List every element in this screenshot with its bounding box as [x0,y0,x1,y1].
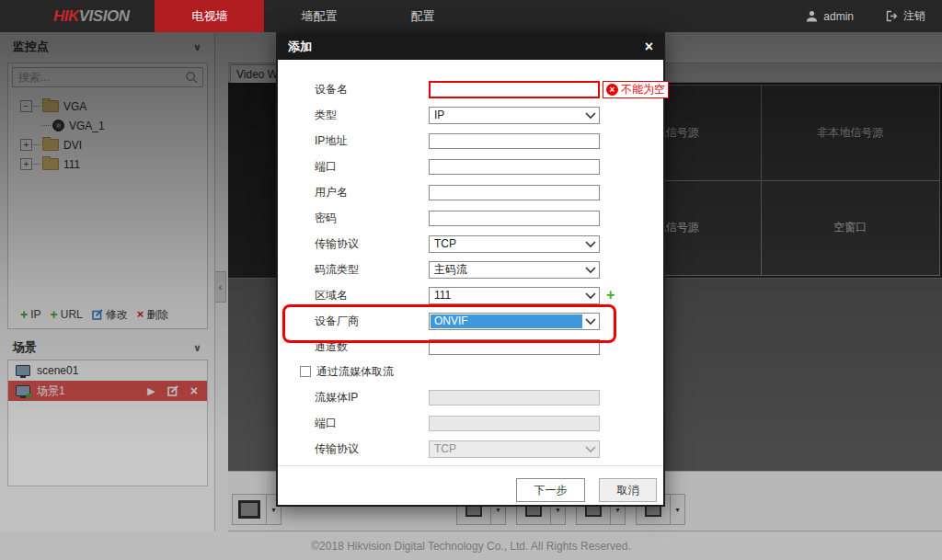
delete-icon: × [137,309,144,320]
plus-icon: + [20,309,28,320]
chevron-down-icon [585,112,596,120]
tree-connector [42,125,51,126]
scene-icon [16,365,30,376]
monitor-points-panel: − VGA VGA_1 + DVI [7,63,208,329]
monitor-points-title: 监控点 [13,39,49,55]
folder-icon [42,158,59,170]
type-label: 类型 [315,108,337,123]
selected-value: IP [431,109,582,122]
chevron-down-icon[interactable]: ∨ [193,342,201,354]
delete-scene-icon[interactable]: × [190,386,198,396]
logged-in-user[interactable]: admin [823,10,854,23]
region-name-select[interactable]: 111 [429,287,600,304]
scene-item-scene01[interactable]: scene01 [8,360,207,381]
app-window: HIKVISION 电视墙 墙配置 配置 admin 注销 监控点 ∨ [0,0,942,560]
tree-connector [32,106,40,107]
streaming-media-checkbox[interactable] [300,366,311,377]
tree-node-label[interactable]: 111 [63,158,80,171]
dialog-body: 设备名 × 不能为空 类型 IP IP地址 端口 [278,60,663,481]
folder-icon [42,100,59,112]
chevron-down-icon [585,241,596,248]
wall-cell-nonlocal-source[interactable]: 非本地信号源 [762,86,940,180]
sidebar-collapse-handle[interactable]: ‹ [215,271,226,303]
tree-node-label[interactable]: DVI [63,139,82,152]
scene-label[interactable]: scene01 [37,364,78,377]
tree-node-vga-1[interactable]: VGA_1 [8,116,207,135]
chevron-down-icon[interactable]: ∨ [193,41,201,53]
cancel-button[interactable]: 取消 [599,478,657,502]
tab-tv-wall[interactable]: 电视墙 [155,0,264,32]
tree-node-dvi[interactable]: + DVI [8,135,207,154]
copyright-text: ©2018 Hikvision Digital Technology Co., … [311,540,630,553]
device-vendor-label: 设备厂商 [315,314,359,329]
expand-node-icon[interactable]: + [20,139,32,151]
selected-value: TCP [431,237,582,251]
streaming-protocol-label: 传输协议 [315,441,359,457]
close-icon[interactable]: × [645,40,653,54]
tree-node-111[interactable]: + 111 [8,154,207,174]
delete-button[interactable]: × 删除 [137,307,169,323]
add-url-label: URL [61,308,83,321]
channel-count-input[interactable] [429,339,600,355]
search-input[interactable] [13,71,185,84]
search-icon[interactable] [185,71,198,84]
chevron-down-icon [585,318,596,326]
type-select[interactable]: IP [429,107,600,124]
tree-node-label[interactable]: VGA_1 [69,120,105,132]
form-row-stream-type: 码流类型 主码流 [278,257,663,282]
scene-actions: ▶ × [147,385,200,396]
add-url-button[interactable]: + URL [51,308,83,321]
dropdown-arrow-icon[interactable]: ▼ [671,495,684,524]
tab-config[interactable]: 配置 [373,0,471,32]
logout-button[interactable]: 注销 [903,8,925,24]
scene-item-scene1-selected[interactable]: 场景1 ▶ × [8,381,207,401]
port-input[interactable] [429,159,600,175]
wall-cell-empty-window[interactable]: 空窗口 [762,181,940,276]
chevron-down-icon [585,267,596,274]
user-icon [806,10,818,22]
modify-button[interactable]: 修改 [92,307,128,323]
device-name-label: 设备名 [315,82,348,97]
region-name-label: 区域名 [315,288,348,303]
modify-label: 修改 [106,307,128,323]
logo-vision: VISION [79,7,130,25]
delete-label: 删除 [146,307,168,323]
transport-protocol-select[interactable]: TCP [429,235,600,253]
screen-layout-button[interactable] [233,495,267,524]
device-vendor-select[interactable]: ONVIF [429,313,600,330]
form-row-streaming-ip: 流媒体IP [278,384,663,410]
add-region-button[interactable]: + [606,289,615,302]
add-ip-button[interactable]: + IP [20,308,41,321]
dialog-header: 添加 × [278,34,663,60]
collapse-left-icon: ‹ [219,281,223,292]
tree-node-label[interactable]: VGA [63,100,86,113]
next-button[interactable]: 下一步 [516,478,585,502]
username-input[interactable] [429,185,600,200]
password-input[interactable] [429,211,600,226]
scene-icon [16,385,30,396]
device-name-input[interactable] [429,81,600,98]
tree-node-vga[interactable]: − VGA [8,97,207,116]
scenes-header: 场景 ∨ [0,336,214,360]
form-row-ip-address: IP地址 [278,128,663,154]
collapse-node-icon[interactable]: − [20,100,32,112]
ip-address-input[interactable] [429,133,600,149]
play-scene-icon[interactable]: ▶ [147,386,155,396]
tab-wall-config[interactable]: 墙配置 [264,0,373,32]
form-row-region-name: 区域名 111 + [278,282,663,308]
stream-type-select[interactable]: 主码流 [429,261,600,279]
expand-node-icon[interactable]: + [20,158,32,170]
device-toolbar: + IP + URL 修改 × 删除 [8,305,207,324]
streaming-media-checkbox-label[interactable]: 通过流媒体取流 [316,364,394,380]
dialog-footer-divider [278,465,663,466]
edit-scene-icon[interactable] [167,385,178,396]
edit-icon [92,309,103,320]
selected-value: TCP [431,442,582,456]
camera-icon [52,120,64,131]
dialog-buttons: 下一步 取消 [516,478,657,502]
nav-tabs: 电视墙 墙配置 配置 [155,0,471,32]
logout-icon [885,10,898,22]
scene-label[interactable]: 场景1 [37,383,65,399]
form-row-streaming-port: 端口 [278,410,663,436]
streaming-ip-label: 流媒体IP [315,390,358,406]
